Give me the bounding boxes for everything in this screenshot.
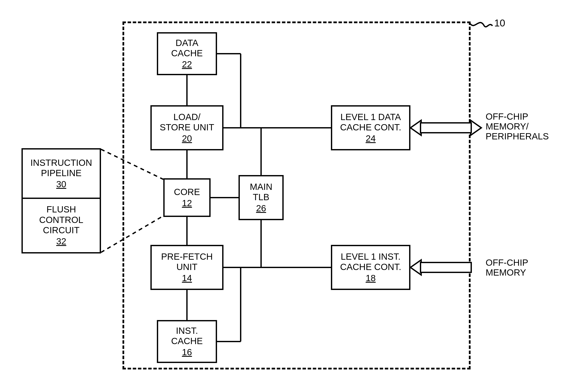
block-ref: 20 bbox=[182, 133, 192, 144]
block-label: DATA bbox=[175, 38, 198, 48]
block-label: CORE bbox=[174, 187, 200, 197]
block-data-cache: DATA CACHE 22 bbox=[157, 32, 217, 75]
block-inst-cache: INST. CACHE 16 bbox=[157, 320, 217, 363]
block-prefetch-unit: PRE-FETCH UNIT 14 bbox=[150, 245, 223, 290]
block-l1-inst-cache-cont: LEVEL 1 INST. CACHE CONT. 18 bbox=[331, 245, 410, 290]
block-label: PRE-FETCH bbox=[161, 251, 213, 262]
block-label: CACHE bbox=[171, 48, 203, 58]
block-ref: 22 bbox=[182, 59, 192, 70]
block-label: LOAD/ bbox=[174, 112, 201, 122]
diagram-canvas: 10 DATA CACHE 22 LOAD/ STORE UNIT 20 COR… bbox=[0, 0, 572, 392]
block-ref: 12 bbox=[182, 198, 192, 208]
block-label: UNIT bbox=[176, 262, 197, 272]
block-main-tlb: MAIN TLB 26 bbox=[238, 175, 284, 220]
block-label: CACHE CONT. bbox=[340, 262, 401, 272]
block-label: CIRCUIT bbox=[43, 225, 79, 235]
block-ref: 14 bbox=[182, 273, 192, 283]
block-label: MAIN bbox=[250, 182, 272, 192]
block-ref: 24 bbox=[366, 133, 376, 144]
block-ref: 18 bbox=[366, 273, 376, 283]
block-label: TLB bbox=[253, 192, 269, 202]
block-ref: 30 bbox=[56, 179, 66, 189]
block-label: STORE UNIT bbox=[160, 122, 214, 133]
block-label: FLUSH bbox=[47, 204, 76, 215]
block-label: INST. bbox=[176, 326, 198, 336]
block-core: CORE 12 bbox=[163, 178, 211, 217]
block-ref: 32 bbox=[56, 236, 66, 247]
block-instruction-pipeline: INSTRUCTION PIPELINE 30 bbox=[21, 148, 101, 198]
block-ref: 16 bbox=[182, 347, 192, 357]
block-label: LEVEL 1 INST. bbox=[341, 251, 401, 262]
block-l1-data-cache-cont: LEVEL 1 DATA CACHE CONT. 24 bbox=[331, 105, 410, 150]
block-load-store-unit: LOAD/ STORE UNIT 20 bbox=[150, 105, 223, 150]
block-label: CONTROL bbox=[39, 215, 83, 225]
block-flush-control-circuit: FLUSH CONTROL CIRCUIT 32 bbox=[21, 198, 101, 253]
block-label: LEVEL 1 DATA bbox=[340, 112, 401, 122]
block-label: INSTRUCTION bbox=[31, 158, 92, 168]
chip-ref-number: 10 bbox=[494, 17, 505, 29]
block-ref: 26 bbox=[256, 203, 266, 214]
block-label: CACHE CONT. bbox=[340, 122, 401, 133]
label-off-chip-memory-peripherals: OFF-CHIP MEMORY/ PERIPHERALS bbox=[486, 112, 549, 141]
block-label: PIPELINE bbox=[41, 168, 81, 178]
block-label: CACHE bbox=[171, 336, 203, 346]
label-off-chip-memory: OFF-CHIP MEMORY bbox=[486, 258, 528, 278]
